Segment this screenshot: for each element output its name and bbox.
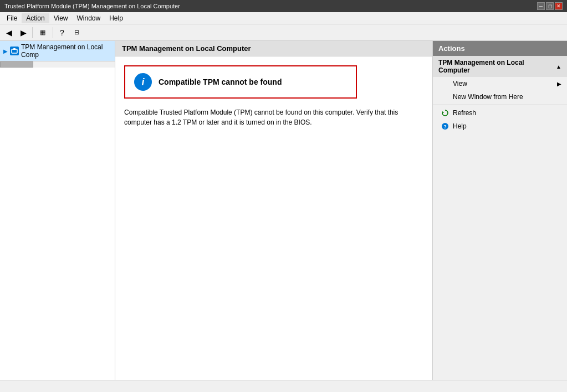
- action-item-refresh[interactable]: Refresh: [433, 106, 567, 120]
- actions-section-title: TPM Management on Local Computer ▲: [433, 56, 567, 77]
- help-toolbar-button[interactable]: ?: [55, 26, 69, 39]
- menu-view[interactable]: View: [49, 13, 73, 23]
- action-refresh-label: Refresh: [453, 109, 476, 117]
- new-window-icon: [441, 92, 449, 101]
- minimize-button[interactable]: ─: [537, 2, 545, 10]
- svg-rect-1: [13, 48, 16, 50]
- action-item-new-window[interactable]: New Window from Here: [433, 90, 567, 104]
- content-panel: TPM Management on Local Computer i Compa…: [115, 41, 432, 380]
- tpm-icon: [10, 47, 19, 55]
- tree-item-tpm[interactable]: ▶ TPM Management on Local Comp: [0, 41, 115, 61]
- menu-file[interactable]: File: [2, 13, 22, 23]
- action-new-window-label: New Window from Here: [453, 93, 523, 101]
- info-icon: i: [134, 73, 152, 91]
- refresh-icon: [441, 109, 449, 117]
- forward-button[interactable]: ▶: [17, 26, 30, 39]
- toolbar-separator-2: [53, 27, 53, 38]
- back-button[interactable]: ◀: [2, 26, 16, 39]
- actions-header: Actions: [433, 41, 567, 56]
- app-title: Trusted Platform Module (TPM) Management…: [4, 3, 180, 9]
- close-button[interactable]: ✕: [555, 2, 563, 10]
- view-icon: [441, 79, 449, 88]
- svg-marker-2: [442, 111, 444, 114]
- tree-arrow: ▶: [3, 48, 8, 54]
- content-body: i Compatible TPM cannot be found Compati…: [115, 56, 432, 380]
- action-help-icon: ?: [441, 122, 449, 131]
- restore-button[interactable]: ◻: [546, 2, 554, 10]
- tree-item-label: TPM Management on Local Comp: [21, 43, 111, 59]
- content-header: TPM Management on Local Computer: [115, 41, 432, 56]
- properties-button[interactable]: ⊟: [70, 26, 83, 39]
- main-area: ▶ TPM Management on Local Comp TPM Manag…: [0, 41, 567, 380]
- status-bar: [0, 380, 567, 392]
- action-item-view[interactable]: View ▶: [433, 77, 567, 90]
- show-hide-action-pane-button[interactable]: ▦: [35, 26, 50, 39]
- content-body-text: Compatible Trusted Platform Module (TPM)…: [124, 107, 412, 127]
- tree-scroll[interactable]: [0, 61, 115, 68]
- title-bar-controls: ─ ◻ ✕: [537, 2, 563, 10]
- svg-text:?: ?: [443, 124, 447, 130]
- menu-help[interactable]: Help: [105, 13, 127, 23]
- actions-panel: Actions TPM Management on Local Computer…: [432, 41, 567, 380]
- action-help-label: Help: [453, 122, 467, 130]
- title-bar: Trusted Platform Module (TPM) Management…: [0, 0, 567, 12]
- svg-rect-0: [12, 49, 17, 53]
- menu-action[interactable]: Action: [22, 13, 49, 23]
- expand-arrow-icon: ▲: [556, 64, 561, 70]
- toolbar: ◀ ▶ ▦ ? ⊟: [0, 24, 567, 41]
- info-title: Compatible TPM cannot be found: [159, 78, 282, 86]
- menu-window[interactable]: Window: [73, 13, 105, 23]
- view-submenu-arrow: ▶: [557, 81, 561, 87]
- tree-panel: ▶ TPM Management on Local Comp: [0, 41, 115, 380]
- title-bar-title: Trusted Platform Module (TPM) Management…: [4, 3, 180, 9]
- menu-bar: File Action View Window Help: [0, 12, 567, 24]
- toolbar-separator-1: [32, 27, 33, 38]
- tree-scroll-thumb[interactable]: [0, 61, 33, 68]
- action-view-label: View: [453, 80, 467, 87]
- actions-separator: [433, 105, 567, 105]
- action-item-help[interactable]: ? Help: [433, 120, 567, 133]
- info-box: i Compatible TPM cannot be found: [124, 65, 357, 99]
